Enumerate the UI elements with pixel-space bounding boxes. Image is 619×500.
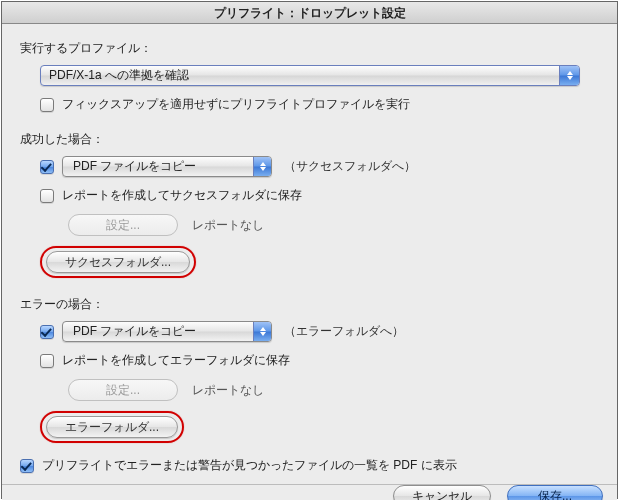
success-settings-button: 設定... [68, 214, 178, 236]
success-label: 成功した場合： [20, 131, 599, 148]
success-copy-checkbox[interactable] [40, 160, 54, 174]
window-body: 実行するプロファイル： PDF/X-1a への準拠を確認 フィックスアップを適用… [2, 24, 617, 484]
success-report-none: レポートなし [192, 217, 264, 234]
success-folder-button[interactable]: サクセスフォルダ... [46, 251, 190, 273]
error-settings-button: 設定... [68, 379, 178, 401]
error-folder-highlight: エラーフォルダ... [40, 411, 184, 443]
error-label: エラーの場合： [20, 296, 599, 313]
error-report-none: レポートなし [192, 382, 264, 399]
updown-arrows-icon [253, 322, 271, 341]
success-copy-select[interactable]: PDF ファイルをコピー [62, 156, 272, 177]
window-title: プリフライト：ドロップレット設定 [2, 2, 617, 24]
fixups-checkbox-label: フィックスアップを適用せずにプリフライトプロファイルを実行 [62, 96, 410, 113]
dialog-footer: キャンセル 保存... [2, 484, 617, 500]
error-destination-hint: （エラーフォルダへ） [284, 323, 404, 340]
profile-label: 実行するプロファイル： [20, 40, 599, 57]
summary-pdf-checkbox[interactable] [20, 459, 34, 473]
success-folder-highlight: サクセスフォルダ... [40, 246, 196, 278]
fixups-checkbox[interactable] [40, 98, 54, 112]
cancel-button[interactable]: キャンセル [393, 485, 491, 500]
updown-arrows-icon [559, 66, 579, 85]
success-copy-select-value: PDF ファイルをコピー [73, 158, 196, 175]
error-report-checkbox[interactable] [40, 354, 54, 368]
success-report-label: レポートを作成してサクセスフォルダに保存 [62, 187, 302, 204]
success-destination-hint: （サクセスフォルダへ） [284, 158, 416, 175]
error-report-label: レポートを作成してエラーフォルダに保存 [62, 352, 290, 369]
error-copy-checkbox[interactable] [40, 325, 54, 339]
error-copy-select[interactable]: PDF ファイルをコピー [62, 321, 272, 342]
error-folder-button[interactable]: エラーフォルダ... [46, 416, 178, 438]
updown-arrows-icon [253, 157, 271, 176]
success-report-checkbox[interactable] [40, 189, 54, 203]
profile-select[interactable]: PDF/X-1a への準拠を確認 [40, 65, 580, 86]
error-copy-select-value: PDF ファイルをコピー [73, 323, 196, 340]
profile-select-value: PDF/X-1a への準拠を確認 [49, 67, 189, 84]
summary-pdf-label: プリフライトでエラーまたは警告が見つかったファイルの一覧を PDF に表示 [42, 457, 457, 474]
preflight-droplet-window: プリフライト：ドロップレット設定 実行するプロファイル： PDF/X-1a への… [1, 1, 618, 499]
save-button[interactable]: 保存... [507, 485, 603, 500]
